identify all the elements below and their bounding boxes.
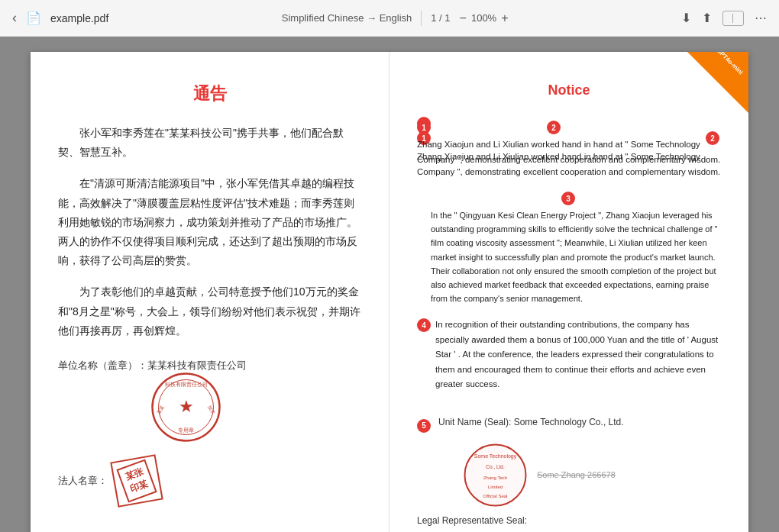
toolbar-right: ⬇ ⬆ ⋯	[681, 11, 767, 26]
svg-text:Limited: Limited	[488, 485, 503, 489]
page-info: 1 / 1	[431, 12, 450, 24]
filename-label: example.pdf	[50, 12, 108, 24]
left-page-title: 通告	[58, 82, 361, 105]
svg-text:技术: 技术	[207, 404, 216, 414]
main-area: 通告 张小军和李秀莲在"某某科技公司"携手共事，他们配合默契、智慧互补。 在"清…	[0, 37, 779, 532]
svg-text:科技有限责任公司: 科技有限责任公司	[165, 382, 208, 388]
svg-text:Some Technology: Some Technology	[474, 453, 517, 459]
svg-text:Co., Ltd.: Co., Ltd.	[486, 464, 505, 469]
zh-paragraph-3: 为了表彰他们的卓越贡献，公司特意授予他们10万元的奖金和"8月之星"称号，大会上…	[58, 282, 361, 340]
zoom-level: 100%	[471, 12, 496, 24]
view-toggle[interactable]	[722, 11, 744, 26]
zh-paragraph-2: 在"清源可斯清洁能源项目"中，张小军凭借其卓越的编程技能，高效解决了"薄膜覆盖层…	[58, 174, 361, 270]
translation-direction: Simplified Chinese → English	[282, 12, 412, 24]
en-legal-area: Legal Representative Seal: Some Zhang 26…	[417, 515, 721, 532]
toolbar-center: Simplified Chinese → English 1 / 1 − 100…	[282, 11, 509, 26]
en-circular-seal: Some Technology Co., Ltd. Zhang Tech Lim…	[463, 443, 528, 508]
left-page: 通告 张小军和李秀莲在"某某科技公司"携手共事，他们配合默契、智慧互补。 在"清…	[31, 52, 390, 532]
en-p3: In recognition of their outstanding cont…	[435, 318, 721, 392]
more-options-icon[interactable]: ⋯	[755, 11, 767, 25]
badge-5-marker: 5	[417, 419, 431, 433]
en-seal-label: Unit Name (Seal): Some Technology Co., L…	[438, 417, 624, 427]
badge-2: 2	[547, 121, 561, 134]
seal-crossed-text: Some Zhang 266678	[537, 470, 616, 479]
zh-circular-stamp: ★ 科技有限责任公司 专用章 某某 技术	[150, 371, 222, 443]
en-legal-label: Legal Representative Seal:	[417, 515, 721, 526]
back-button[interactable]: ‹	[12, 10, 17, 26]
svg-text:★: ★	[179, 397, 194, 416]
svg-text:Official Seal: Official Seal	[483, 494, 508, 498]
svg-text:某某: 某某	[157, 405, 165, 414]
share-icon[interactable]: ⬆	[702, 11, 712, 25]
en-p2: In the " Qingyuan Kesi Clean Energy Proj…	[417, 208, 721, 305]
zoom-out-button[interactable]: −	[460, 11, 467, 25]
pdf-icon: 📄	[26, 11, 41, 25]
download-icon[interactable]: ⬇	[681, 11, 691, 25]
separator	[421, 11, 422, 26]
zh-legal-line: 法人名章： 某张印某	[58, 458, 361, 504]
toolbar-left: ‹ 📄 example.pdf	[12, 10, 108, 26]
badge-1b: 1	[417, 121, 431, 134]
right-page: GPT4o-mini Notice 1 1 2 Zhang Xiaojun an…	[390, 52, 748, 532]
toolbar: ‹ 📄 example.pdf Simplified Chinese → Eng…	[0, 0, 779, 37]
pages-container: 通告 张小军和李秀莲在"某某科技公司"携手共事，他们配合默契、智慧互补。 在"清…	[31, 52, 748, 532]
zh-seal-area: 单位名称（盖章）：某某科技有限责任公司 ★ 科技有限责任公司	[58, 359, 361, 504]
right-page-title: Notice	[417, 82, 721, 98]
badge-4-marker: 4	[417, 318, 431, 332]
en-paragraph-1: Zhang Xiaojun and Li Xiulian worked hand…	[417, 137, 721, 167]
svg-text:Zhang Tech: Zhang Tech	[483, 476, 507, 480]
zh-legal-label: 法人名章：	[58, 474, 108, 488]
en-seal-area: 5 Unit Name (Seal): Some Technology Co.,…	[417, 417, 721, 532]
zoom-control: − 100% +	[460, 11, 509, 25]
en-section-1: 1 1 2 Zhang Xiaojun and Li Xiulian worke…	[417, 117, 721, 131]
corner-ribbon: GPT4o-mini	[687, 52, 748, 113]
svg-text:专用章: 专用章	[178, 427, 194, 434]
zh-legal-seal: 某张印某	[110, 454, 163, 508]
zh-paragraph-1: 张小军和李秀莲在"某某科技公司"携手共事，他们配合默契、智慧互补。	[58, 124, 361, 162]
document-viewer: 通告 张小军和李秀莲在"某某科技公司"携手共事，他们配合默契、智慧互补。 在"清…	[0, 37, 779, 532]
badge-3-marker: 3	[561, 192, 575, 205]
zoom-in-button[interactable]: +	[501, 11, 508, 25]
